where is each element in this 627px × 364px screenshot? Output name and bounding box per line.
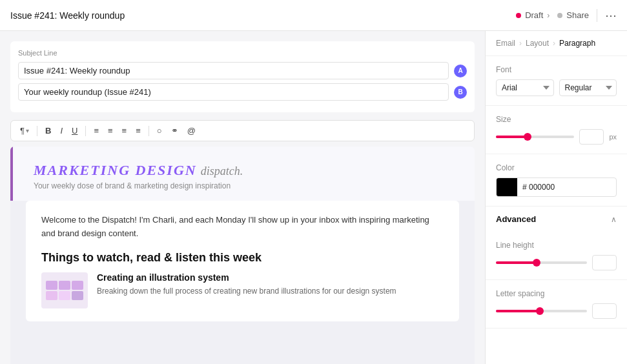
toolbar-divider-2 bbox=[85, 126, 86, 136]
advanced-section-header[interactable]: Advanced ∧ bbox=[486, 207, 627, 232]
line-height-section: Line height 1.4 bbox=[486, 232, 627, 280]
paragraph-icon: ¶ bbox=[20, 126, 25, 136]
size-label: Size bbox=[496, 115, 617, 124]
header-divider bbox=[597, 9, 597, 22]
thumb-cell bbox=[72, 291, 83, 300]
line-height-value-input[interactable]: 1.4 bbox=[592, 255, 617, 270]
thumb-grid bbox=[43, 278, 86, 303]
size-unit: px bbox=[609, 133, 617, 141]
size-slider-fill bbox=[496, 136, 528, 138]
line-height-slider-row: 1.4 bbox=[496, 255, 617, 270]
article-thumbnail bbox=[41, 272, 88, 308]
app-header: Issue #241: Weekly roundup Draft › Share… bbox=[0, 0, 627, 31]
article-title: Creating an illustration system bbox=[97, 272, 396, 283]
advanced-chevron-icon: ∧ bbox=[611, 215, 617, 224]
email-tagline: Your weekly dose of brand & marketing de… bbox=[34, 181, 243, 190]
share-label: Share bbox=[566, 10, 589, 20]
email-article: Creating an illustration system Breaking… bbox=[41, 272, 444, 308]
letter-spacing-label: Letter spacing bbox=[496, 289, 617, 298]
subject-primary-row: A bbox=[18, 62, 467, 79]
draft-dot bbox=[516, 13, 521, 18]
article-desc: Breaking down the full process of creati… bbox=[97, 285, 396, 297]
line-height-slider-track[interactable] bbox=[496, 261, 587, 264]
line-height-label: Line height bbox=[496, 241, 617, 250]
article-content: Creating an illustration system Breaking… bbox=[97, 272, 396, 297]
email-section-title: Things to watch, read & listen this week bbox=[41, 251, 444, 265]
breadcrumb-sep-2: › bbox=[553, 39, 555, 48]
font-style-select[interactable]: Regular Bold Italic bbox=[559, 79, 617, 96]
thumb-cell bbox=[72, 281, 83, 290]
color-section: Color # 000000 bbox=[486, 154, 627, 207]
header-actions: Draft › Share ⋯ bbox=[516, 8, 617, 23]
letter-spacing-slider-row: 0.1 bbox=[496, 303, 617, 319]
bold-button[interactable]: B bbox=[43, 125, 54, 137]
thumb-cell bbox=[59, 281, 70, 290]
align-justify-button[interactable]: ≡ bbox=[133, 125, 143, 137]
editor-toolbar: ¶ ▾ B I U ≡ ≡ ≡ ≡ ○ ⚭ @ bbox=[10, 120, 475, 141]
draft-chevron: › bbox=[547, 11, 550, 20]
line-height-slider-thumb[interactable] bbox=[533, 259, 540, 267]
advanced-label: Advanced bbox=[496, 214, 536, 224]
size-slider-thumb[interactable] bbox=[524, 133, 531, 141]
badge-a[interactable]: A bbox=[454, 65, 467, 77]
subject-label: Subject Line bbox=[18, 49, 467, 57]
font-row: Arial Georgia Helvetica Regular Bold Ita… bbox=[496, 79, 617, 96]
toolbar-divider-1 bbox=[37, 126, 37, 136]
badge-b[interactable]: B bbox=[454, 86, 467, 99]
toolbar-divider-3 bbox=[149, 126, 149, 136]
thumb-cell bbox=[46, 291, 57, 300]
link-button[interactable]: ⚭ bbox=[169, 125, 181, 137]
subject-primary-input[interactable] bbox=[18, 62, 449, 79]
italic-button[interactable]: I bbox=[57, 125, 65, 137]
color-label: Color bbox=[496, 163, 617, 172]
color-value: # 000000 bbox=[517, 179, 560, 195]
email-body: Welcome to the Dispatch! I'm Charli, and… bbox=[26, 201, 459, 321]
size-slider-track[interactable] bbox=[496, 136, 574, 138]
more-options-icon[interactable]: ⋯ bbox=[605, 8, 617, 23]
breadcrumb: Email › Layout › Paragraph bbox=[486, 31, 627, 56]
page-title: Issue #241: Weekly roundup bbox=[10, 10, 125, 21]
circle-button[interactable]: ○ bbox=[154, 125, 165, 137]
draft-label: Draft bbox=[525, 10, 543, 20]
mention-button[interactable]: @ bbox=[185, 125, 198, 137]
share-dot bbox=[557, 13, 562, 18]
underline-button[interactable]: U bbox=[69, 125, 80, 137]
subject-section: Subject Line A B bbox=[10, 41, 475, 112]
size-section: Size 18 px bbox=[486, 106, 627, 154]
letter-spacing-slider-thumb[interactable] bbox=[536, 307, 544, 315]
letter-spacing-section: Letter spacing 0.1 bbox=[486, 280, 627, 329]
align-left-button[interactable]: ≡ bbox=[91, 125, 101, 137]
thumb-cell bbox=[46, 281, 57, 290]
font-section: Font Arial Georgia Helvetica Regular Bol… bbox=[486, 56, 627, 106]
email-dispatch-text: dispatch. bbox=[201, 165, 243, 178]
letter-spacing-slider-track[interactable] bbox=[496, 310, 587, 312]
size-value-input[interactable]: 18 bbox=[579, 129, 604, 145]
subject-secondary-input[interactable] bbox=[18, 83, 449, 101]
font-label: Font bbox=[496, 65, 617, 74]
draft-status: Draft › bbox=[516, 10, 550, 20]
editor-panel: Subject Line A B ¶ ▾ B I U ≡ ≡ ≡ ≡ bbox=[0, 31, 485, 364]
subject-secondary-row: B bbox=[18, 83, 467, 101]
breadcrumb-layout: Layout bbox=[526, 39, 549, 48]
letter-spacing-value-input[interactable]: 0.1 bbox=[592, 303, 617, 319]
email-welcome-text: Welcome to the Dispatch! I'm Charli, and… bbox=[41, 214, 444, 241]
email-header-strip: MARKETING DESIGN dispatch. Your weekly d… bbox=[10, 147, 475, 201]
size-slider-row: 18 px bbox=[496, 129, 617, 145]
letter-spacing-slider-fill bbox=[496, 310, 540, 312]
breadcrumb-email: Email bbox=[496, 39, 515, 48]
color-swatch[interactable] bbox=[497, 178, 517, 196]
right-panel: Email › Layout › Paragraph Font Arial Ge… bbox=[485, 31, 627, 364]
breadcrumb-sep-1: › bbox=[519, 39, 522, 48]
email-logo-text: MARKETING DESIGN bbox=[34, 162, 197, 179]
main-layout: Subject Line A B ¶ ▾ B I U ≡ ≡ ≡ ≡ bbox=[0, 31, 627, 364]
share-status: Share bbox=[557, 10, 589, 20]
color-picker-row[interactable]: # 000000 bbox=[496, 177, 617, 197]
align-center-button[interactable]: ≡ bbox=[105, 125, 116, 137]
breadcrumb-paragraph: Paragraph bbox=[559, 39, 595, 48]
thumb-cell bbox=[59, 291, 70, 300]
line-height-slider-fill bbox=[496, 261, 537, 264]
email-preview: MARKETING DESIGN dispatch. Your weekly d… bbox=[10, 147, 475, 364]
align-right-button[interactable]: ≡ bbox=[119, 125, 130, 137]
font-family-select[interactable]: Arial Georgia Helvetica bbox=[496, 79, 554, 96]
paragraph-select[interactable]: ¶ ▾ bbox=[17, 125, 32, 137]
